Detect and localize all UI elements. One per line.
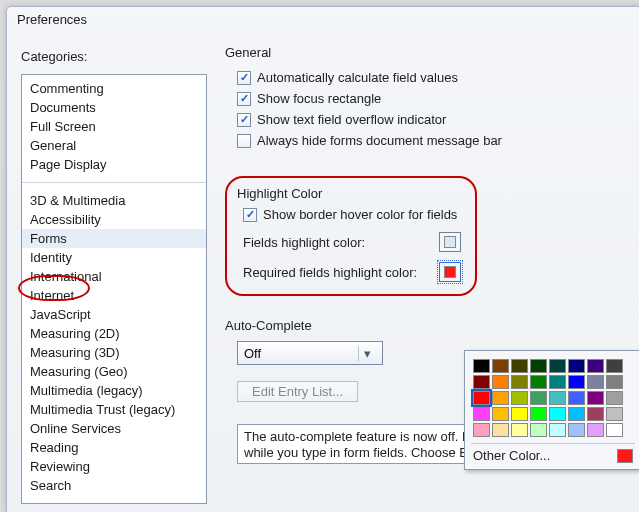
check-icon: ✓ bbox=[237, 134, 251, 148]
color-cell[interactable] bbox=[587, 375, 604, 389]
check-icon: ✓ bbox=[237, 113, 251, 127]
sidebar-item-measuring-geo-[interactable]: Measuring (Geo) bbox=[22, 362, 206, 381]
sidebar-item-accessibility[interactable]: Accessibility bbox=[22, 210, 206, 229]
color-cell[interactable] bbox=[492, 423, 509, 437]
color-cell[interactable] bbox=[549, 359, 566, 373]
required-highlight-color-button[interactable] bbox=[439, 262, 461, 282]
color-cell[interactable] bbox=[473, 359, 490, 373]
sidebar-item-reading[interactable]: Reading bbox=[22, 438, 206, 457]
sidebar-item-multimedia-trust-legacy-[interactable]: Multimedia Trust (legacy) bbox=[22, 400, 206, 419]
color-cell[interactable] bbox=[511, 375, 528, 389]
highlight-color-group: Highlight Color ✓Show border hover color… bbox=[225, 176, 477, 296]
color-cell[interactable] bbox=[606, 391, 623, 405]
check-icon: ✓ bbox=[243, 208, 257, 222]
color-cell[interactable] bbox=[568, 423, 585, 437]
category-separator bbox=[22, 182, 206, 183]
color-cell[interactable] bbox=[587, 407, 604, 421]
categories-label: Categories: bbox=[21, 49, 213, 64]
color-cell[interactable] bbox=[530, 407, 547, 421]
color-cell[interactable] bbox=[530, 391, 547, 405]
autocomplete-dropdown[interactable]: Off ▾ bbox=[237, 341, 383, 365]
left-pane: Categories: CommentingDocumentsFull Scre… bbox=[15, 41, 215, 512]
section-autocomplete-label: Auto-Complete bbox=[225, 318, 636, 333]
color-cell[interactable] bbox=[549, 375, 566, 389]
color-cell[interactable] bbox=[530, 423, 547, 437]
categories-list[interactable]: CommentingDocumentsFull ScreenGeneralPag… bbox=[21, 74, 207, 504]
sidebar-item-search[interactable]: Search bbox=[22, 476, 206, 495]
other-color-button[interactable]: Other Color... bbox=[471, 448, 635, 465]
color-cell[interactable] bbox=[549, 423, 566, 437]
color-cell[interactable] bbox=[530, 359, 547, 373]
color-cell[interactable] bbox=[587, 391, 604, 405]
sidebar-item-measuring-3d-[interactable]: Measuring (3D) bbox=[22, 343, 206, 362]
sidebar-item-internet[interactable]: Internet bbox=[22, 286, 206, 305]
color-cell[interactable] bbox=[568, 391, 585, 405]
sidebar-item-full-screen[interactable]: Full Screen bbox=[22, 117, 206, 136]
checkbox-overflow-ind[interactable]: ✓Show text field overflow indicator bbox=[237, 112, 636, 127]
required-highlight-row: Required fields highlight color: bbox=[243, 262, 465, 282]
color-cell[interactable] bbox=[511, 391, 528, 405]
right-pane: General ✓Automatically calculate field v… bbox=[215, 41, 639, 512]
window-title: Preferences bbox=[7, 7, 639, 35]
checkbox-focus-rect[interactable]: ✓Show focus rectangle bbox=[237, 91, 636, 106]
sidebar-item-identity[interactable]: Identity bbox=[22, 248, 206, 267]
current-color-swatch bbox=[617, 449, 633, 463]
color-cell[interactable] bbox=[606, 375, 623, 389]
color-cell[interactable] bbox=[587, 359, 604, 373]
color-swatch-icon bbox=[444, 236, 456, 248]
color-cell[interactable] bbox=[473, 407, 490, 421]
color-cell[interactable] bbox=[511, 359, 528, 373]
sidebar-item-commenting[interactable]: Commenting bbox=[22, 79, 206, 98]
dialog-body: Categories: CommentingDocumentsFull Scre… bbox=[15, 41, 639, 512]
sidebar-item-javascript[interactable]: JavaScript bbox=[22, 305, 206, 324]
autocomplete-value: Off bbox=[244, 346, 261, 361]
color-cell[interactable] bbox=[473, 375, 490, 389]
sidebar-item-measuring-2d-[interactable]: Measuring (2D) bbox=[22, 324, 206, 343]
edit-entry-list-button: Edit Entry List... bbox=[237, 381, 358, 402]
checkbox-auto-calc[interactable]: ✓Automatically calculate field values bbox=[237, 70, 636, 85]
color-cell[interactable] bbox=[587, 423, 604, 437]
preferences-window: Preferences Categories: CommentingDocume… bbox=[6, 6, 639, 512]
checkbox-hide-msg-bar[interactable]: ✓Always hide forms document message bar bbox=[237, 133, 636, 148]
check-icon: ✓ bbox=[237, 71, 251, 85]
fields-highlight-row: Fields highlight color: bbox=[243, 232, 465, 252]
sidebar-item-online-services[interactable]: Online Services bbox=[22, 419, 206, 438]
color-cell[interactable] bbox=[492, 407, 509, 421]
sidebar-item-reviewing[interactable]: Reviewing bbox=[22, 457, 206, 476]
color-cell[interactable] bbox=[606, 423, 623, 437]
color-cell[interactable] bbox=[568, 407, 585, 421]
color-cell[interactable] bbox=[530, 375, 547, 389]
sidebar-item-international[interactable]: International bbox=[22, 267, 206, 286]
section-general-label: General bbox=[225, 45, 636, 60]
color-cell[interactable] bbox=[511, 407, 528, 421]
color-cell[interactable] bbox=[568, 359, 585, 373]
color-cell[interactable] bbox=[473, 391, 490, 405]
color-cell[interactable] bbox=[568, 375, 585, 389]
color-cell[interactable] bbox=[473, 423, 490, 437]
color-cell[interactable] bbox=[511, 423, 528, 437]
section-highlight-label: Highlight Color bbox=[237, 186, 465, 201]
color-cell[interactable] bbox=[549, 407, 566, 421]
color-picker-popup: Other Color... bbox=[464, 350, 639, 470]
sidebar-item-multimedia-legacy-[interactable]: Multimedia (legacy) bbox=[22, 381, 206, 400]
color-cell[interactable] bbox=[606, 359, 623, 373]
sidebar-item-forms[interactable]: Forms bbox=[22, 229, 206, 248]
chevron-down-icon: ▾ bbox=[358, 346, 376, 361]
color-cell[interactable] bbox=[492, 359, 509, 373]
checkbox-show-hover[interactable]: ✓Show border hover color for fields bbox=[243, 207, 465, 222]
sidebar-item-3d-multimedia[interactable]: 3D & Multimedia bbox=[22, 191, 206, 210]
sidebar-item-documents[interactable]: Documents bbox=[22, 98, 206, 117]
sidebar-item-page-display[interactable]: Page Display bbox=[22, 155, 206, 174]
color-cell[interactable] bbox=[492, 375, 509, 389]
check-icon: ✓ bbox=[237, 92, 251, 106]
color-cell[interactable] bbox=[492, 391, 509, 405]
color-swatch-icon bbox=[444, 266, 456, 278]
sidebar-item-general[interactable]: General bbox=[22, 136, 206, 155]
fields-highlight-color-button[interactable] bbox=[439, 232, 461, 252]
picker-separator bbox=[471, 443, 635, 444]
color-cell[interactable] bbox=[549, 391, 566, 405]
color-cell[interactable] bbox=[606, 407, 623, 421]
color-picker-grid bbox=[471, 357, 635, 439]
